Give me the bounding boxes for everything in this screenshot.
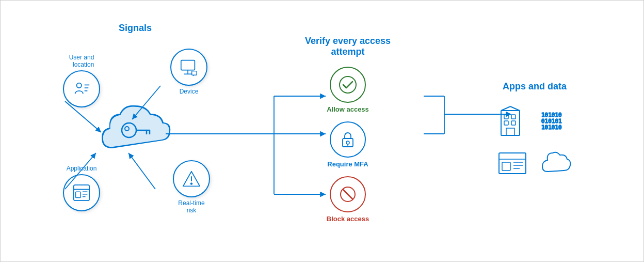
apps-grid: 101010 010101 101010 (497, 105, 572, 181)
verify-title: Verify every access attempt (305, 36, 391, 57)
monitor-icon (179, 57, 199, 77)
svg-point-0 (77, 83, 82, 88)
cloud-icon (539, 148, 572, 181)
application-circle (63, 174, 100, 211)
cloud-key-svg (94, 99, 176, 161)
device-circle (170, 49, 207, 86)
risk-item: Real-timerisk (173, 160, 210, 214)
mfa-label: Require MFA (327, 160, 368, 168)
block-circle (330, 176, 366, 212)
svg-rect-42 (502, 162, 510, 171)
risk-circle (173, 160, 210, 197)
checkmark-icon (339, 75, 357, 94)
svg-rect-7 (192, 71, 197, 75)
block-label: Block access (327, 215, 369, 223)
svg-rect-32 (504, 121, 508, 125)
svg-rect-4 (181, 60, 195, 70)
verify-section: Verify every access attempt Allow access (296, 36, 399, 227)
signals-section: Signals User andlocation (53, 23, 218, 240)
user-list-icon (72, 79, 91, 99)
warning-icon (182, 169, 201, 189)
svg-rect-9 (74, 184, 89, 200)
svg-line-35 (501, 106, 510, 111)
cloud-key-wrapper (94, 99, 176, 163)
cloud-icon-wrapper (539, 148, 572, 181)
apps-section: Apps and data 101010 010 (478, 81, 591, 181)
svg-rect-33 (511, 121, 516, 125)
block-icon (339, 185, 357, 204)
svg-point-25 (346, 141, 349, 144)
svg-rect-34 (506, 128, 514, 135)
diagram-container: Signals User andlocation (0, 0, 644, 262)
building-icon (497, 105, 530, 138)
app-window-icon-wrapper (497, 148, 530, 181)
mfa-item: Require MFA (327, 121, 368, 168)
svg-rect-11 (76, 192, 81, 197)
device-item: Device (170, 49, 207, 95)
apps-title: Apps and data (503, 81, 567, 92)
app-icon (72, 183, 91, 203)
allow-circle (330, 67, 366, 103)
block-item: Block access (327, 176, 369, 223)
lock-icon (339, 130, 357, 149)
svg-text:101010: 101010 (541, 124, 562, 131)
app-window-icon (497, 148, 530, 181)
svg-rect-30 (504, 115, 508, 119)
building-icon-wrapper (497, 105, 530, 138)
allow-label: Allow access (327, 105, 369, 113)
application-item: Application (63, 165, 100, 211)
svg-line-28 (343, 189, 353, 199)
data-bits-icon: 101010 010101 101010 (539, 105, 572, 138)
svg-point-23 (340, 76, 356, 93)
svg-point-17 (191, 183, 192, 184)
svg-line-36 (510, 106, 520, 111)
data-bits-icon-wrapper: 101010 010101 101010 (539, 105, 572, 138)
mfa-circle (330, 121, 366, 158)
svg-rect-31 (511, 115, 516, 119)
allow-access-item: Allow access (327, 67, 369, 113)
signals-title: Signals (53, 23, 218, 34)
